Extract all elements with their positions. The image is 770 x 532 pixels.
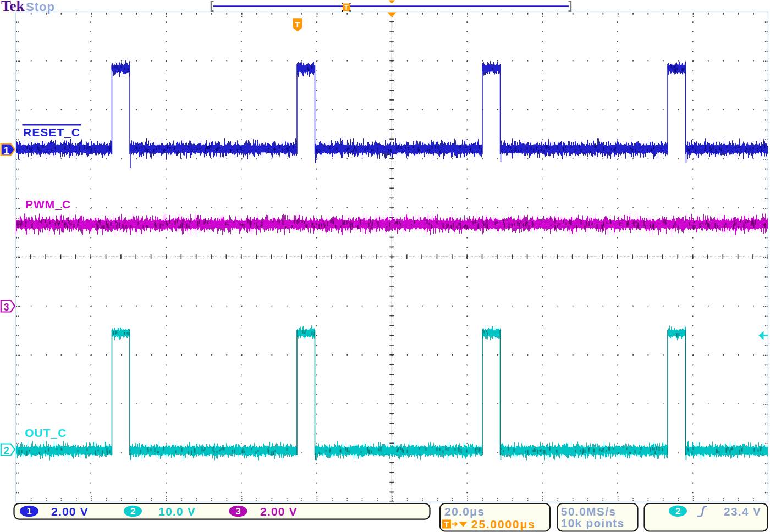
svg-text:T: T [295,20,300,29]
svg-text:RESET_C: RESET_C [23,126,80,138]
svg-text:2.00 V: 2.00 V [260,505,298,518]
svg-text:T: T [344,4,349,12]
svg-text:25.0000μs: 25.0000μs [471,518,536,530]
svg-text:1: 1 [26,506,31,516]
svg-text:Tek: Tek [1,0,25,14]
svg-text:2: 2 [130,506,135,516]
svg-text:20.0μs: 20.0μs [444,505,485,518]
svg-text:50.0MS/s: 50.0MS/s [561,505,617,518]
svg-text:2: 2 [4,445,9,456]
svg-text:23.4 V: 23.4 V [724,505,761,518]
svg-text:2: 2 [675,506,680,516]
svg-text:T: T [444,520,449,529]
svg-text:10k points: 10k points [561,517,624,529]
svg-text:OUT_C: OUT_C [25,426,67,439]
svg-text:10.0 V: 10.0 V [158,505,196,518]
svg-text:1: 1 [4,145,9,156]
svg-text:PWM_C: PWM_C [25,198,71,210]
svg-text:Stop: Stop [26,0,55,14]
svg-text:3: 3 [4,302,9,313]
svg-text:2.00 V: 2.00 V [51,505,89,518]
svg-text:3: 3 [235,506,240,516]
